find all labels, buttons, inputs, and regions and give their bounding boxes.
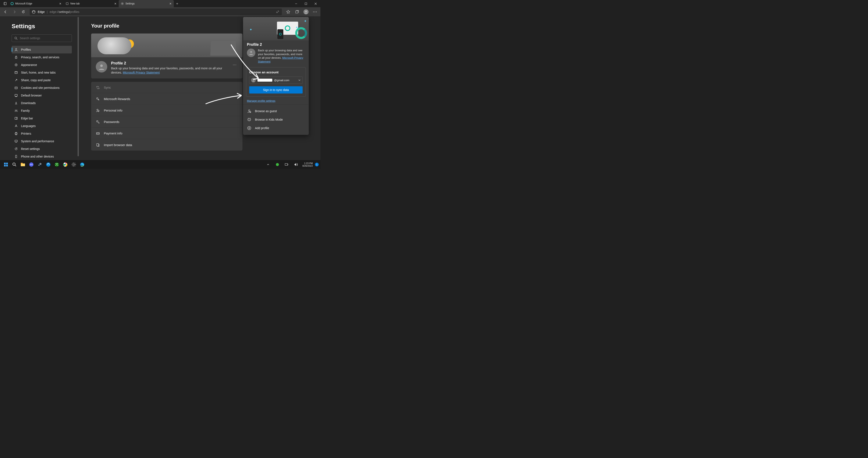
tab-actions-button[interactable] xyxy=(2,0,8,7)
sidebar-item-label: Phone and other devices xyxy=(21,155,54,158)
sidebar-item-appearance[interactable]: Appearance xyxy=(12,61,72,69)
profile-settings-list: SyncMicrosoft RewardsPersonal infoPasswo… xyxy=(91,82,242,150)
svg-rect-7 xyxy=(305,3,307,5)
edge-icon xyxy=(10,2,13,5)
search-input[interactable] xyxy=(12,34,72,42)
svg-point-52 xyxy=(249,110,250,111)
flyout-action-browse-as-guest[interactable]: ?Browse as guest xyxy=(243,107,309,115)
edge-logo-icon xyxy=(32,10,36,14)
network-icon[interactable] xyxy=(282,160,291,169)
settings-row-sync[interactable]: Sync xyxy=(91,82,242,93)
svg-rect-47 xyxy=(97,144,98,146)
more-button[interactable] xyxy=(311,8,319,16)
svg-rect-39 xyxy=(16,155,17,158)
nav-icon xyxy=(14,124,18,127)
titlebar: Microsoft Edge ✕ New tab ✕ Settings ✕ ＋ xyxy=(0,0,320,7)
xbox-icon[interactable] xyxy=(53,160,61,169)
flyout-action-browse-in-kids-mode[interactable]: Browse in Kids Mode xyxy=(243,115,309,124)
sidebar-item-label: Reset settings xyxy=(21,147,40,150)
sidebar-item-cookies-and-site-permissions[interactable]: Cookies and site permissions xyxy=(12,84,72,92)
close-icon[interactable]: ✕ xyxy=(169,2,172,5)
flyout-action-add-profile[interactable]: Add profile xyxy=(243,124,309,132)
clock[interactable]: 1:23 PM8/26/2022 xyxy=(301,162,314,167)
svg-point-26 xyxy=(15,88,16,88)
sidebar-item-downloads[interactable]: Downloads xyxy=(12,99,72,107)
settings-row-payment-info[interactable]: Payment info xyxy=(91,127,242,139)
sidebar-item-edge-bar[interactable]: Edge bar xyxy=(12,115,72,122)
sidebar-item-reset-settings[interactable]: Reset settings xyxy=(12,145,72,153)
sidebar-item-label: Edge bar xyxy=(21,117,33,120)
sidebar-item-default-browser[interactable]: Default browser xyxy=(12,92,72,99)
maximize-button[interactable] xyxy=(301,0,311,7)
sidebar-item-languages[interactable]: Languages xyxy=(12,122,72,130)
settings-icon[interactable] xyxy=(69,160,78,169)
signin-button[interactable]: Sign in to sync data xyxy=(249,86,303,93)
sidebar-item-profiles[interactable]: Profiles xyxy=(12,46,72,53)
chrome-icon[interactable] xyxy=(61,160,69,169)
settings-row-personal-info[interactable]: Personal info xyxy=(91,105,242,116)
sidebar-item-start-home-and-new-tabs[interactable]: Start, home, and new tabs xyxy=(12,69,72,76)
settings-row-import-browser-data[interactable]: Import browser data xyxy=(91,139,242,150)
account-suffix: @gmail.com xyxy=(274,79,289,82)
svg-point-79 xyxy=(73,164,74,165)
sidebar-item-family[interactable]: Family xyxy=(12,107,72,115)
notifications-badge[interactable]: 1 xyxy=(315,163,319,167)
edge-taskbar-icon[interactable] xyxy=(78,160,87,169)
close-window-button[interactable] xyxy=(311,0,320,7)
new-tab-button[interactable]: ＋ xyxy=(174,0,181,7)
sidebar-item-share-copy-and-paste[interactable]: Share, copy and paste xyxy=(12,76,72,84)
svg-point-40 xyxy=(100,64,103,67)
volume-icon[interactable] xyxy=(292,160,300,169)
manage-profile-link[interactable]: Manage profile settings xyxy=(247,99,305,103)
sidebar-item-phone-and-other-devices[interactable]: Phone and other devices xyxy=(12,153,72,160)
profile-more-button[interactable]: ⋯ xyxy=(231,61,238,68)
profile-button[interactable] xyxy=(302,8,310,16)
svg-point-2 xyxy=(11,2,13,5)
choose-account-title: Choose an account xyxy=(249,70,303,74)
search-field[interactable] xyxy=(20,36,69,40)
close-icon[interactable]: ✕ xyxy=(59,2,61,5)
svg-point-70 xyxy=(30,164,31,165)
gear-icon xyxy=(121,2,124,5)
sidebar-item-label: Languages xyxy=(21,124,36,127)
settings-row-passwords[interactable]: Passwords xyxy=(91,116,242,127)
svg-rect-83 xyxy=(285,164,287,165)
profile-flyout: ✦✦✦ Profile 2 Back up your browsing data… xyxy=(243,17,309,135)
start-button[interactable] xyxy=(2,160,10,169)
collections-button[interactable] xyxy=(293,8,301,16)
tab-newtab[interactable]: New tab ✕ xyxy=(64,0,119,7)
tab-edge[interactable]: Microsoft Edge ✕ xyxy=(8,0,64,7)
search-button[interactable] xyxy=(10,160,19,169)
close-icon[interactable]: ✕ xyxy=(114,2,117,5)
discord-icon[interactable] xyxy=(27,160,36,169)
forward-button[interactable] xyxy=(10,8,19,16)
explorer-icon[interactable] xyxy=(19,160,27,169)
svg-rect-55 xyxy=(248,118,251,121)
row-icon xyxy=(96,143,100,147)
nav-icon xyxy=(14,56,18,59)
read-aloud-icon[interactable] xyxy=(276,10,280,14)
tab-settings[interactable]: Settings ✕ xyxy=(119,0,174,7)
chevron-down-icon xyxy=(298,79,301,81)
tray-overflow[interactable] xyxy=(264,160,272,169)
tray-app-icon[interactable] xyxy=(273,160,282,169)
nav-icon xyxy=(14,117,18,120)
sidebar-item-system-and-performance[interactable]: System and performance xyxy=(12,137,72,145)
steam-icon[interactable] xyxy=(36,160,44,169)
sidebar-scrollbar[interactable] xyxy=(78,17,79,156)
app-icon[interactable] xyxy=(44,160,53,169)
sidebar-item-printers[interactable]: Printers xyxy=(12,130,72,137)
refresh-button[interactable] xyxy=(19,8,28,16)
back-button[interactable] xyxy=(1,8,10,16)
privacy-link[interactable]: Microsoft Privacy Statement xyxy=(123,71,160,74)
favorites-button[interactable] xyxy=(284,8,292,16)
profile-desc: Back up your browsing data and see your … xyxy=(111,66,227,75)
sidebar-item-privacy-search-and-services[interactable]: Privacy, search, and services xyxy=(12,53,72,61)
page-icon xyxy=(66,2,69,5)
settings-row-microsoft-rewards[interactable]: Microsoft Rewards xyxy=(91,93,242,105)
account-select[interactable]: @gmail.com xyxy=(249,77,303,84)
svg-point-56 xyxy=(249,119,249,120)
minimize-button[interactable] xyxy=(291,0,301,7)
nav-icon xyxy=(14,109,18,112)
address-bar[interactable]: Edge | edge://settings/profiles xyxy=(30,8,282,15)
